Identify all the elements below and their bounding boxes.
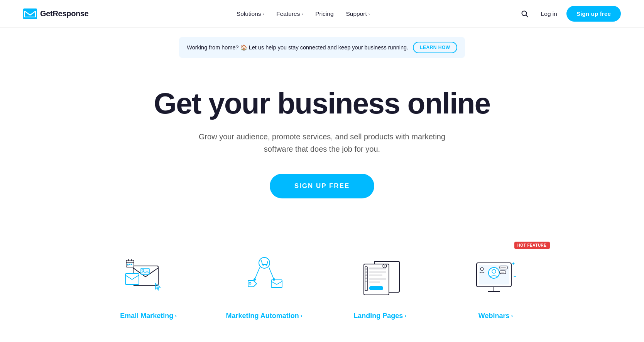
svg-rect-35: [369, 278, 386, 280]
email-marketing-link[interactable]: Email Marketing ›: [120, 312, 177, 320]
svg-rect-12: [129, 264, 130, 265]
email-marketing-icon-wrap: [118, 252, 179, 303]
hero-subtitle: Grow your audience, promote services, an…: [195, 130, 450, 155]
login-link[interactable]: Log in: [536, 7, 562, 20]
features-section: Email Marketing ›: [0, 229, 644, 342]
svg-rect-5: [141, 268, 149, 274]
svg-rect-47: [500, 272, 504, 273]
svg-text:+: +: [512, 261, 515, 266]
svg-point-31: [365, 281, 367, 282]
hero-cta-button[interactable]: SIGN UP FREE: [270, 174, 375, 198]
search-button[interactable]: [518, 7, 532, 21]
logo-link[interactable]: GetResponse: [23, 8, 89, 19]
marketing-automation-illustration: [237, 254, 291, 301]
svg-rect-14: [127, 265, 128, 266]
hot-feature-badge: HOT FEATURE: [514, 242, 550, 249]
arrow-icon: ›: [404, 313, 406, 319]
svg-rect-0: [23, 8, 37, 19]
announcement-inner: Working from home? 🏠 Let us help you sta…: [179, 37, 465, 58]
announcement-text: Working from home? 🏠 Let us help you sta…: [187, 44, 408, 51]
svg-point-29: [365, 274, 367, 276]
feature-marketing-automation: Marketing Automation ›: [206, 245, 322, 320]
svg-point-23: [273, 278, 275, 281]
svg-rect-13: [131, 264, 132, 265]
signup-button[interactable]: Sign up free: [566, 6, 621, 22]
nav-links: Solutions › Features › Pricing Support ›: [232, 7, 375, 20]
hero-section: Get your business online Grow your audie…: [0, 64, 644, 229]
nav-link-pricing[interactable]: Pricing: [311, 7, 338, 20]
svg-rect-36: [369, 281, 380, 283]
svg-point-22: [254, 278, 256, 281]
landing-pages-link[interactable]: Landing Pages ›: [353, 312, 406, 320]
logo-icon: [23, 8, 37, 19]
svg-line-18: [255, 268, 260, 279]
feature-email-marketing: Email Marketing ›: [91, 245, 206, 320]
navbar: GetResponse Solutions › Features › Prici…: [0, 0, 644, 28]
nav-link-solutions[interactable]: Solutions ›: [232, 7, 269, 20]
nav-link-support[interactable]: Support ›: [341, 7, 375, 20]
svg-point-39: [384, 265, 385, 267]
svg-rect-33: [369, 271, 386, 273]
svg-rect-11: [127, 264, 128, 265]
svg-point-27: [365, 268, 367, 270]
svg-text:+: +: [514, 274, 516, 279]
email-marketing-illustration: [122, 254, 176, 301]
svg-rect-34: [369, 274, 382, 276]
hero-title: Get your business online: [154, 87, 490, 120]
arrow-icon: ›: [301, 313, 303, 319]
nav-actions: Log in Sign up free: [518, 6, 621, 22]
feature-landing-pages: Landing Pages ›: [322, 245, 438, 320]
svg-rect-37: [369, 286, 383, 290]
svg-point-17: [265, 264, 267, 266]
marketing-automation-link[interactable]: Marketing Automation ›: [226, 312, 302, 320]
search-icon: [521, 10, 529, 18]
marketing-automation-icon-wrap: [233, 252, 295, 303]
chevron-icon: ›: [368, 12, 370, 16]
webinars-link[interactable]: Webinars ›: [478, 312, 513, 320]
svg-point-16: [262, 264, 264, 266]
webinars-illustration: + + +: [469, 254, 523, 301]
chevron-icon: ›: [263, 12, 264, 16]
svg-rect-46: [500, 267, 506, 268]
svg-point-15: [259, 257, 270, 268]
svg-point-30: [365, 278, 367, 279]
svg-point-48: [480, 268, 483, 271]
svg-line-2: [526, 15, 528, 17]
announcement-banner: Working from home? 🏠 Let us help you sta…: [0, 28, 644, 64]
svg-text:+: +: [473, 269, 475, 275]
feature-webinars: HOT FEATURE +: [438, 245, 554, 320]
landing-pages-illustration: [353, 254, 407, 301]
webinars-icon-wrap: + + +: [465, 252, 527, 303]
logo-text: GetResponse: [40, 9, 89, 18]
learn-how-button[interactable]: LEARN HOW: [413, 42, 457, 53]
landing-pages-icon-wrap: [349, 252, 411, 303]
arrow-icon: ›: [511, 313, 513, 319]
svg-point-1: [522, 11, 526, 15]
chevron-icon: ›: [301, 12, 303, 16]
svg-rect-21: [271, 280, 282, 288]
svg-line-19: [269, 268, 274, 279]
arrow-icon: ›: [175, 313, 177, 319]
nav-link-features[interactable]: Features ›: [272, 7, 308, 20]
svg-point-28: [365, 271, 367, 273]
